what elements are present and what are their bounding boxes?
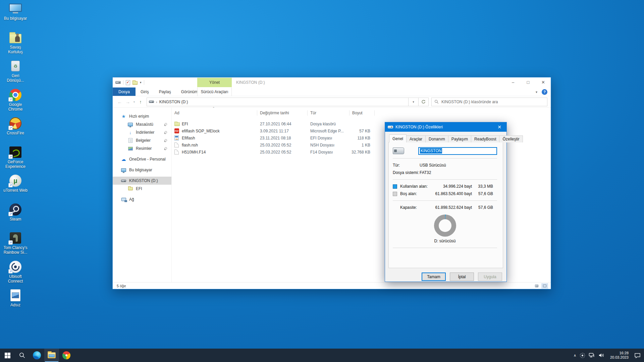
edge-icon [33, 351, 41, 359]
desktop-icon-label: Savaş Kurtuluş [8, 45, 23, 54]
desktop-icon-geforce[interactable]: ↗ GeForce Experience [0, 145, 31, 174]
system-tray: ∧ 16:28 20.03.2023 [574, 351, 644, 360]
explorer-titlebar[interactable]: ▾ Yönet KINGSTON (D:) – □ ✕ [113, 77, 551, 87]
clock-date: 20.03.2023 [610, 355, 629, 360]
tab-home[interactable]: Giriş [136, 87, 154, 96]
column-header-type[interactable]: Tür [308, 108, 350, 118]
breadcrumb[interactable]: KINGSTON (D:) [159, 100, 188, 104]
up-button[interactable]: ↑ [137, 99, 145, 105]
sidebar-item-pictures[interactable]: Resimler [113, 144, 171, 153]
sidebar-item-efi[interactable]: EFI [113, 185, 171, 193]
sidebar-item-documents[interactable]: Belgeler [113, 136, 171, 144]
desktop-icon-steam[interactable]: ↗ Steam [0, 203, 31, 232]
tab-tools[interactable]: Araçlar [407, 135, 426, 142]
taskbar-search-button[interactable] [15, 349, 30, 362]
cancel-button[interactable]: İptal [450, 273, 474, 281]
ok-button[interactable]: Tamam [422, 273, 446, 281]
tab-sharing[interactable]: Paylaşım [448, 135, 471, 142]
ribbon-collapse-icon[interactable]: ▾ [536, 90, 537, 94]
tab-readyboost[interactable]: ReadyBoost [471, 135, 499, 142]
crossfire-icon: ↗ [8, 117, 23, 130]
tab-share[interactable]: Paylaş [154, 87, 176, 96]
desktop-icon-chrome[interactable]: ↗ Google Chrome [0, 88, 31, 117]
sidebar-item-desktop[interactable]: Masaüstü [113, 120, 171, 128]
back-button[interactable]: ← [116, 99, 124, 105]
tab-drive-tools[interactable]: Sürücü Araçları [197, 87, 232, 96]
contextual-tab-header: Yönet [197, 78, 232, 87]
desktop-icon-this-pc[interactable]: Bu bilgisayar [0, 2, 31, 31]
desktop-icon-label: Google Chrome [8, 102, 23, 112]
desktop-icon-utorrent[interactable]: µ↗ uTorrent Web [0, 174, 31, 203]
file-explorer-icon [48, 352, 56, 358]
taskbar-chrome-button[interactable] [59, 349, 74, 362]
network-icon [121, 197, 126, 202]
maximize-button[interactable]: □ [521, 77, 536, 87]
drive-caption: D: sürücüsü [393, 239, 497, 243]
tab-customize[interactable]: Özelleştir [499, 135, 523, 142]
tab-file[interactable]: Dosya [113, 87, 136, 96]
action-center-icon[interactable] [634, 353, 641, 358]
filesystem-label: Dosya sistemi: [393, 170, 420, 175]
desktop-icon-ubisoft[interactable]: ↗ Ubisoft Connect [0, 260, 31, 289]
address-dropdown-icon[interactable]: ▾ [409, 98, 419, 106]
dialog-close-icon[interactable]: ✕ [495, 124, 504, 130]
chrome-icon [62, 351, 70, 359]
window-title: KINGSTON (D:) [236, 77, 265, 87]
recent-locations-icon[interactable]: ▾ [132, 100, 137, 104]
taskbar-explorer-button[interactable] [44, 349, 59, 362]
used-space-size: 33,3 MB [472, 184, 493, 189]
close-button[interactable]: ✕ [536, 77, 551, 87]
capacity-size: 57,6 GB [472, 205, 493, 210]
ribbon-tabs: Dosya Giriş Paylaş Görünüm Sürücü Araçla… [113, 87, 551, 96]
volume-label-input[interactable]: KINGSTON [418, 147, 497, 155]
document-icon [127, 138, 133, 143]
desktop-icon-crossfire[interactable]: ↗ CrossFire [0, 117, 31, 145]
used-space-swatch [393, 184, 397, 189]
capacity-bytes: 61.898.522.624 bayt [432, 205, 472, 210]
sidebar-item-onedrive[interactable]: ☁ OneDrive - Personal [113, 155, 171, 163]
minimize-button[interactable]: – [505, 77, 521, 87]
tab-hardware[interactable]: Donanım [426, 135, 448, 142]
column-header-date[interactable]: Değiştirme tarihi [257, 108, 308, 118]
sidebar-item-network[interactable]: Ağ [113, 195, 171, 203]
search-box[interactable] [431, 98, 547, 106]
taskbar-clock[interactable]: 16:28 20.03.2023 [608, 351, 631, 360]
details-view-icon[interactable] [533, 283, 540, 289]
sidebar-item-this-pc[interactable]: Bu bilgisayar [113, 166, 171, 174]
desktop-icon-untitled[interactable]: Adsız [0, 289, 31, 317]
forward-button[interactable]: → [124, 99, 132, 105]
sidebar-item-kingston[interactable]: KINGSTON (D:) [113, 177, 171, 185]
start-button[interactable] [0, 349, 15, 362]
tray-expand-icon[interactable]: ∧ [574, 353, 576, 358]
sidebar-item-downloads[interactable]: ↓ İndirilenler [113, 128, 171, 136]
dialog-titlebar[interactable]: KINGSTON (D:) Özellikleri ✕ [385, 122, 506, 132]
refresh-icon[interactable] [419, 98, 429, 106]
navigation-pane: ★ Hızlı erişim Masaüstü ↓ İndirilenler B… [113, 108, 171, 282]
properties-icon[interactable] [126, 80, 130, 85]
search-icon [434, 100, 439, 104]
new-folder-icon[interactable] [132, 81, 138, 85]
taskbar-edge-button[interactable] [30, 349, 44, 362]
desktop-icon-recycle-bin[interactable]: ♻ Geri Dönüşü... [0, 59, 31, 88]
column-header-name[interactable]: Ad [172, 108, 257, 118]
address-bar[interactable]: › KINGSTON (D:) [147, 98, 409, 106]
network-icon[interactable] [589, 353, 595, 358]
shortcut-arrow-icon: ↗ [8, 155, 13, 159]
column-header-size[interactable]: Boyut [350, 108, 375, 118]
chrome-icon: ↗ [8, 88, 23, 102]
desktop-icon-user-folder[interactable]: Savaş Kurtuluş [0, 31, 31, 60]
taskbar: ∧ 16:28 20.03.2023 [0, 349, 644, 362]
sidebar-item-quick-access[interactable]: ★ Hızlı erişim [113, 112, 171, 120]
tab-general[interactable]: Genel [389, 134, 407, 142]
volume-icon[interactable] [598, 353, 604, 358]
large-icons-view-icon[interactable] [541, 283, 548, 289]
search-input[interactable] [441, 100, 544, 104]
tray-app-icon[interactable] [580, 353, 585, 358]
help-icon[interactable]: ? [542, 89, 547, 95]
customize-qat-icon[interactable]: ▾ [140, 81, 142, 84]
apply-button[interactable]: Uygula [478, 273, 502, 281]
free-space-label: Boş alan: [400, 191, 432, 196]
desktop-icon-label: Steam [10, 217, 21, 222]
desktop-icon-rainbow-six[interactable]: ↗ Tom Clancy's Rainbow Si... [0, 231, 31, 260]
star-icon: ★ [121, 114, 126, 119]
